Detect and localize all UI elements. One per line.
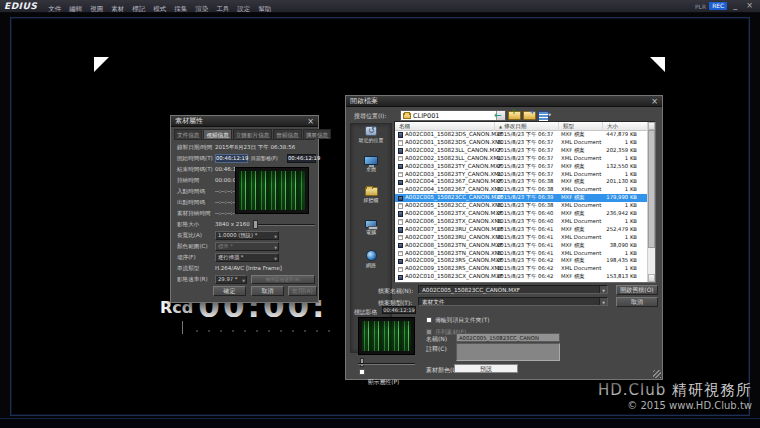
tab-3[interactable]: 音頻信息	[273, 129, 301, 139]
menu-item-1[interactable]: 編輯	[65, 5, 86, 13]
file-row[interactable]: A002C005_150823CC_CANON.XML2015/8/23 下午 …	[395, 202, 647, 210]
menu-bar: EDIUS 文件編輯視圖素材標記模式採集渲染工具設定幫助 PLR REC _ ×	[0, 0, 760, 13]
frame-rate-dropdown[interactable]: 29.97 *	[215, 275, 247, 284]
file-row[interactable]: A002C002_150823LL_CANON.MXF2015/8/23 下午 …	[395, 147, 647, 155]
file-date: 2015/8/23 下午 06:38	[497, 186, 553, 194]
tab-2[interactable]: 立體影片信息	[233, 129, 273, 139]
show-properties-checkbox[interactable]	[359, 369, 365, 375]
tab-0[interactable]: 文件信息	[174, 129, 202, 139]
menu-item-7[interactable]: 渲染	[191, 5, 212, 13]
file-date: 2015/8/23 下午 06:38	[497, 202, 553, 210]
chevron-down-icon[interactable]	[599, 286, 607, 293]
open-button[interactable]: 開啟舊檔(O)	[616, 285, 658, 295]
file-row[interactable]: A002C007_150823RU_CANON.MXF2015/8/23 下午 …	[395, 226, 647, 234]
back-icon[interactable]	[493, 110, 505, 121]
file-row[interactable]: A002C008_150823TN_CANON.XML2015/8/23 下午 …	[395, 250, 647, 258]
menu-item-3[interactable]: 素材	[107, 5, 128, 13]
file-row[interactable]: A002C006_150823TX_CANON.MXF2015/8/23 下午 …	[395, 210, 647, 218]
file-row[interactable]: A002C010_150823CX_CANON.MXF2015/8/23 下午 …	[395, 273, 647, 281]
sidebar-item-libraries[interactable]: 媒體櫃	[351, 187, 391, 203]
sidebar-item-computer[interactable]: 電腦	[351, 220, 391, 235]
player-mode-button[interactable]: PLR	[695, 3, 706, 10]
start-timecode-field[interactable]: 00:46:12:19	[215, 154, 248, 163]
resize-grip[interactable]	[653, 370, 661, 378]
file-row[interactable]: A002C005_150823CC_CANON.MXF2015/8/23 下午 …	[395, 194, 647, 202]
clip-color-button[interactable]: 預設	[454, 364, 518, 373]
open-dialog-titlebar[interactable]: 開啟檔案 ×	[346, 96, 662, 107]
file-row[interactable]: A002C003_150823TY_CANON.MXF2015/8/23 下午 …	[395, 163, 647, 171]
column-header-3[interactable]: 大小	[603, 122, 649, 131]
up-folder-icon[interactable]	[508, 110, 520, 121]
libraries-icon	[365, 187, 378, 196]
property-value: --:--:--:--	[215, 209, 236, 218]
ok-button[interactable]: 確定	[213, 286, 246, 296]
frame-size-value: 3840 x 2160	[215, 220, 250, 229]
file-row[interactable]: A002C004_15082367_CANON.MXF2015/8/23 下午 …	[395, 178, 647, 186]
file-row[interactable]: A002C004_15082367_CANON.XML2015/8/23 下午 …	[395, 186, 647, 194]
menu-item-5[interactable]: 模式	[149, 5, 170, 13]
file-row[interactable]: A002C009_150823RS_CANON.MXF2015/8/23 下午 …	[395, 257, 647, 265]
new-folder-icon[interactable]	[523, 110, 535, 121]
slider-handle[interactable]	[253, 220, 258, 229]
look-in-dropdown[interactable]: CLIP001	[400, 110, 506, 121]
menu-item-4[interactable]: 標記	[128, 5, 149, 13]
file-type-dropdown[interactable]: 素材文件	[418, 297, 608, 306]
column-header-2[interactable]: 類型	[559, 122, 603, 131]
file-name-input[interactable]: A002C005_150823CC_CANON.MXF	[418, 285, 608, 294]
property-dropdown[interactable]: 1.0000 (預設) *	[215, 231, 279, 240]
chevron-down-icon[interactable]	[599, 298, 607, 305]
file-row[interactable]: A002C001_150823DS_CANON.XML2015/8/23 下午 …	[395, 139, 647, 147]
scroll-up-icon[interactable]	[648, 122, 655, 130]
file-row[interactable]: A002C008_150823TN_CANON.MXF2015/8/23 下午 …	[395, 242, 647, 250]
recorder-mode-button[interactable]: REC	[709, 2, 727, 10]
scrollbar[interactable]	[647, 122, 655, 282]
file-row[interactable]: A002C002_150823LL_CANON.XML2015/8/23 下午 …	[395, 155, 647, 163]
sequence-clip-option: 序列素材(E)	[426, 319, 466, 327]
file-name: A002C003_150823TY_CANON.XML	[405, 171, 502, 179]
file-row[interactable]: A002C006_150823TX_CANON.XML2015/8/23 下午 …	[395, 218, 647, 226]
file-row[interactable]: A002C001_150823DS_CANON.MXF2015/8/23 下午 …	[395, 131, 647, 139]
menu-item-2[interactable]: 視圖	[86, 5, 107, 13]
cancel-button[interactable]: 取消	[251, 286, 284, 296]
sidebar-item-desktop[interactable]: 桌面	[351, 156, 391, 172]
sidebar-item-recent-places[interactable]: 最近的位置	[351, 126, 391, 143]
clip-name-input[interactable]: A002C005_150823CC_CANON	[456, 333, 560, 342]
tab-1[interactable]: 視頻信息	[203, 129, 231, 139]
transfer-to-project-option[interactable]: 傳輸到項目文件夾(T)	[426, 307, 489, 315]
file-size: 252,479 KB	[591, 226, 637, 234]
file-type-value: 素材文件	[422, 299, 444, 305]
file-row[interactable]: A002C003_150823TY_CANON.XML2015/8/23 下午 …	[395, 171, 647, 179]
show-properties-option[interactable]: 顯示屬性(P)	[359, 369, 399, 377]
comment-input[interactable]	[456, 343, 560, 361]
close-icon[interactable]: ×	[307, 117, 314, 126]
close-icon[interactable]: ×	[651, 97, 658, 106]
file-row[interactable]: A002C007_150823RU_CANON.XML2015/8/23 下午 …	[395, 234, 647, 242]
current-frame-field[interactable]: 00:46:12:19	[287, 154, 316, 163]
property-label: 結束時間碼(T)	[177, 165, 213, 174]
property-dropdown[interactable]: 逐行掃描 *	[215, 253, 279, 262]
close-icon[interactable]: ×	[743, 1, 756, 11]
scroll-down-icon[interactable]	[648, 274, 655, 282]
column-header-0[interactable]: 名稱	[395, 122, 495, 131]
poster-thumbnail-frame	[358, 317, 415, 355]
menu-item-8[interactable]: 工具	[212, 5, 233, 13]
view-menu-icon[interactable]	[538, 110, 550, 121]
xml-file-icon	[398, 172, 403, 177]
file-row[interactable]: A002C009_150823RS_CANON.XML2015/8/23 下午 …	[395, 265, 647, 273]
dialog-toolbar	[493, 110, 550, 121]
menu-item-6[interactable]: 採集	[170, 5, 191, 13]
menu-item-9[interactable]: 設定	[233, 5, 254, 13]
properties-titlebar[interactable]: 素材屬性 ×	[171, 116, 318, 127]
poster-frame-slider[interactable]	[358, 356, 415, 368]
mxf-file-icon	[398, 180, 403, 185]
column-header-1[interactable]: ▲修改日期	[495, 122, 559, 131]
cancel-button[interactable]: 取消	[616, 297, 658, 307]
scrollbar-thumb[interactable]	[648, 130, 655, 248]
menu-item-0[interactable]: 文件	[44, 5, 65, 13]
properties-buttons: 確定取消套用(A)	[171, 286, 318, 298]
sidebar-item-network[interactable]: 網路	[351, 250, 391, 268]
file-name: A002C008_150823TN_CANON.XML	[405, 250, 503, 258]
tab-4[interactable]: 擴展信息	[303, 129, 331, 139]
menu-item-10[interactable]: 幫助	[254, 5, 275, 13]
minimize-icon[interactable]: _	[730, 1, 740, 11]
